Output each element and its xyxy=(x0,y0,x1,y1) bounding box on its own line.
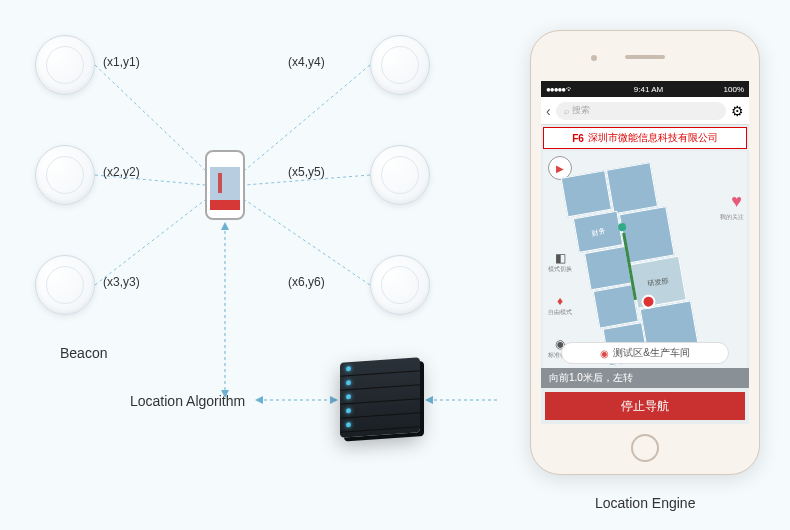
beacon-3 xyxy=(35,255,95,315)
coord-label-4: (x4,y4) xyxy=(288,55,325,69)
coord-label-1: (x1,y1) xyxy=(103,55,140,69)
beacon-4 xyxy=(370,35,430,95)
beacon-label: Beacon xyxy=(60,345,107,361)
gear-icon[interactable]: ⚙ xyxy=(731,103,744,119)
room-label-2: 研发部 xyxy=(630,256,687,309)
svg-marker-7 xyxy=(221,222,229,230)
home-button[interactable] xyxy=(631,434,659,462)
company-header: F6 深圳市微能信息科技有限公司 xyxy=(543,127,747,149)
algorithm-label: Location Algorithm xyxy=(130,393,245,409)
heart-label: 我的关注 xyxy=(720,213,744,222)
svg-marker-10 xyxy=(255,396,263,404)
search-input[interactable]: ⌕ 搜索 xyxy=(556,102,726,120)
status-battery: 100% xyxy=(724,85,744,94)
beacon-1 xyxy=(35,35,95,95)
phone-camera xyxy=(591,55,597,61)
status-bar: ●●●●● ᯤ 9:41 AM 100% xyxy=(541,81,749,97)
company-name: 深圳市微能信息科技有限公司 xyxy=(588,131,718,145)
coord-label-3: (x3,y3) xyxy=(103,275,140,289)
svg-line-2 xyxy=(95,200,205,285)
back-icon[interactable]: ‹ xyxy=(546,103,551,119)
heart-icon[interactable]: ♥ xyxy=(731,191,742,212)
search-placeholder: 搜索 xyxy=(572,104,590,117)
beacon-2 xyxy=(35,145,95,205)
stop-nav-label: 停止导航 xyxy=(621,398,669,415)
location-pin-icon: ◉ xyxy=(600,348,609,359)
svg-line-3 xyxy=(245,65,370,170)
floor-label: F6 xyxy=(572,133,584,144)
bottom-bars: ◉ 测试区&生产车间 向前1.0米后，左转 停止导航 xyxy=(541,338,749,424)
beacon-5 xyxy=(370,145,430,205)
instruction-bar: 向前1.0米后，左转 xyxy=(541,368,749,388)
coord-label-2: (x2,y2) xyxy=(103,165,140,179)
phone-screen: ●●●●● ᯤ 9:41 AM 100% ‹ ⌕ 搜索 ⚙ F6 深圳市微能信息… xyxy=(541,81,749,424)
phone-speaker xyxy=(625,55,665,59)
free-mode-button[interactable]: ♦自由模式 xyxy=(548,294,572,317)
search-icon: ⌕ xyxy=(564,106,569,116)
area-button-label: 测试区&生产车间 xyxy=(613,346,690,360)
coord-label-5: (x5,y5) xyxy=(288,165,325,179)
center-phone xyxy=(205,150,245,220)
mode-switch-button[interactable]: ◧模式切换 xyxy=(548,251,572,274)
server-icon xyxy=(340,360,430,450)
instruction-text: 向前1.0米后，左转 xyxy=(549,371,633,385)
engine-label: Location Engine xyxy=(595,495,695,511)
svg-line-5 xyxy=(245,200,370,285)
nav-bar: ‹ ⌕ 搜索 ⚙ xyxy=(541,97,749,125)
center-phone-screen xyxy=(210,160,240,210)
location-engine-phone: ●●●●● ᯤ 9:41 AM 100% ‹ ⌕ 搜索 ⚙ F6 深圳市微能信息… xyxy=(530,30,760,475)
svg-marker-11 xyxy=(330,396,338,404)
signal-icon: ●●●●● ᯤ xyxy=(546,85,573,94)
stop-nav-button[interactable]: 停止导航 xyxy=(545,392,745,420)
status-time: 9:41 AM xyxy=(634,85,663,94)
svg-line-0 xyxy=(95,65,205,170)
beacon-6 xyxy=(370,255,430,315)
coord-label-6: (x6,y6) xyxy=(288,275,325,289)
area-button[interactable]: ◉ 测试区&生产车间 xyxy=(561,342,729,364)
